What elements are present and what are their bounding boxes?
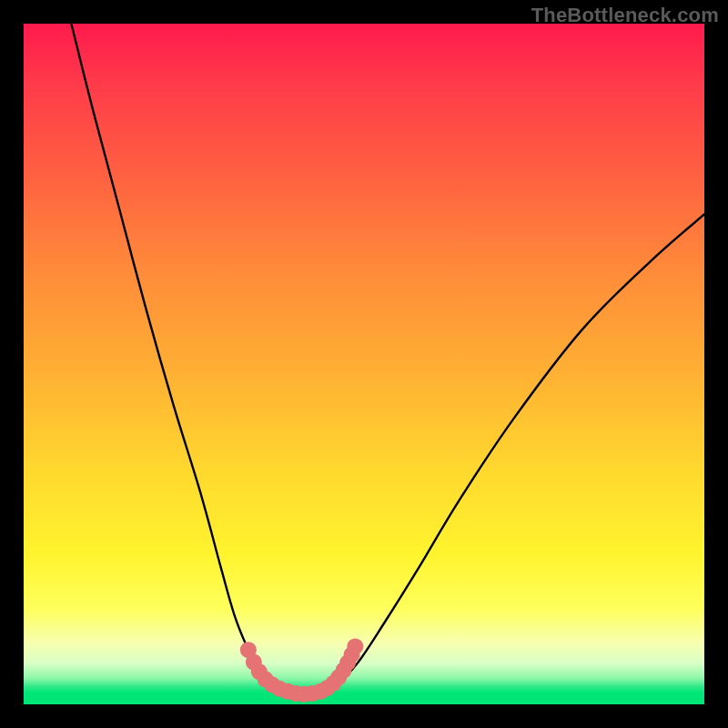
bottleneck-curve — [71, 24, 704, 695]
highlight-markers — [240, 638, 363, 702]
curve-layer — [24, 24, 704, 704]
marker-dot — [347, 638, 363, 654]
curve-path — [71, 24, 704, 695]
chart-frame: TheBottleneck.com — [0, 0, 728, 728]
plot-area — [24, 24, 704, 704]
